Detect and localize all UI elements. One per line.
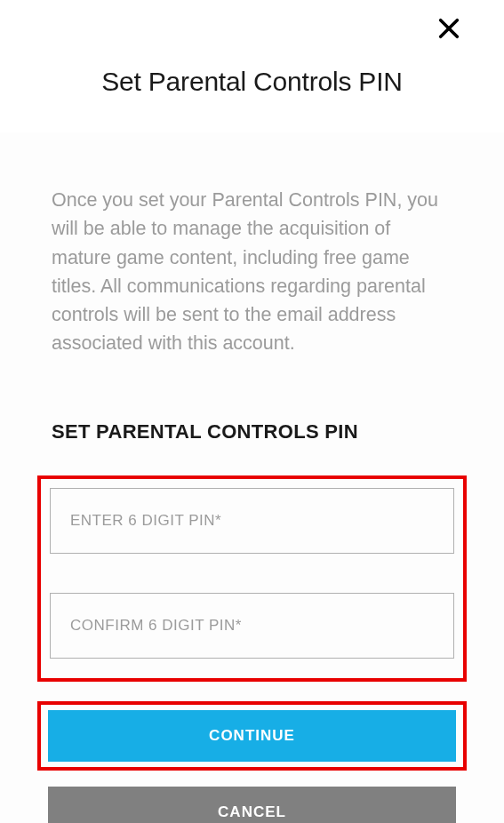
cancel-button[interactable]: CANCEL [48, 787, 456, 824]
close-icon[interactable] [436, 16, 461, 41]
content-area: Once you set your Parental Controls PIN,… [0, 132, 504, 823]
section-label: SET PARENTAL CONTROLS PIN [52, 420, 452, 443]
enter-pin-input[interactable] [50, 488, 454, 554]
page-title: Set Parental Controls PIN [36, 67, 468, 97]
pin-inputs-highlight [37, 475, 467, 682]
confirm-pin-input[interactable] [50, 593, 454, 659]
header: Set Parental Controls PIN [0, 0, 504, 132]
description-text: Once you set your Parental Controls PIN,… [52, 186, 452, 358]
continue-highlight: CONTINUE [37, 701, 467, 771]
continue-button[interactable]: CONTINUE [48, 710, 456, 762]
